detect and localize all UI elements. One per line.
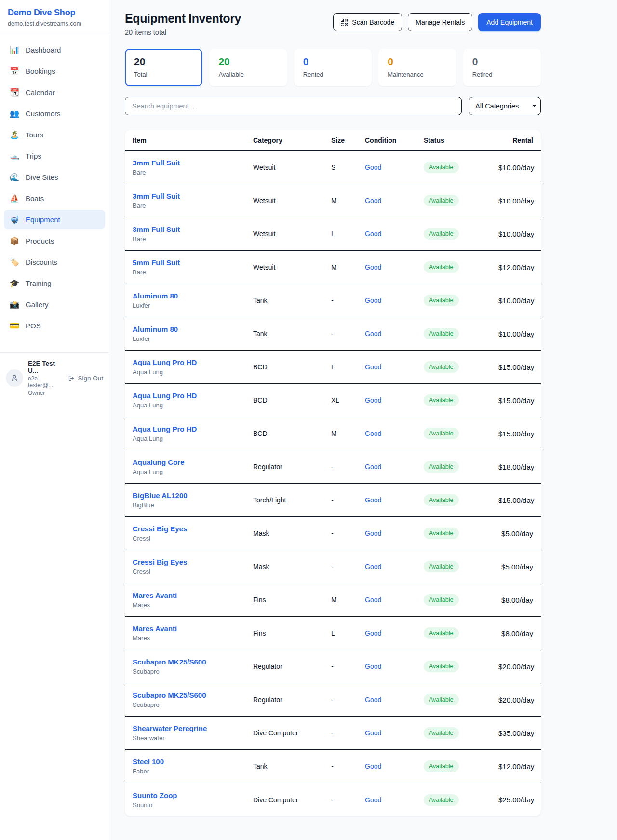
item-name-link[interactable]: 3mm Full Suit <box>133 192 253 200</box>
sidebar-item-label: Customers <box>26 109 61 118</box>
table-row[interactable]: Scubapro MK25/S600 Scubapro Regulator - … <box>125 683 541 717</box>
table-row[interactable]: Mares Avanti Mares Fins M Good Available… <box>125 583 541 617</box>
sidebar-item-customers[interactable]: 👥 Customers <box>4 104 105 123</box>
sidebar-item-bookings[interactable]: 📅 Bookings <box>4 61 105 81</box>
condition-link[interactable]: Good <box>365 496 381 504</box>
table-row[interactable]: Cressi Big Eyes Cressi Mask - Good Avail… <box>125 517 541 550</box>
category-cell: Torch/Light <box>253 496 331 504</box>
sidebar-item-label: Dashboard <box>26 46 61 54</box>
condition-link[interactable]: Good <box>365 396 381 404</box>
table-row[interactable]: Aqua Lung Pro HD Aqua Lung BCD M Good Av… <box>125 417 541 450</box>
table-row[interactable]: 3mm Full Suit Bare Wetsuit M Good Availa… <box>125 184 541 217</box>
scan-barcode-button[interactable]: Scan Barcode <box>333 13 402 31</box>
boats-icon: ⛵ <box>10 194 19 203</box>
table-row[interactable]: Aqua Lung Pro HD Aqua Lung BCD XL Good A… <box>125 384 541 417</box>
condition-link[interactable]: Good <box>365 529 381 537</box>
size-cell: - <box>331 496 365 504</box>
item-name-link[interactable]: Cressi Big Eyes <box>133 525 253 533</box>
item-name-link[interactable]: Aqua Lung Pro HD <box>133 425 253 433</box>
item-name-link[interactable]: Aqualung Core <box>133 458 253 466</box>
item-name-link[interactable]: Steel 100 <box>133 758 253 766</box>
status-badge: Available <box>424 261 459 273</box>
item-name-link[interactable]: 3mm Full Suit <box>133 225 253 233</box>
manage-rentals-label: Manage Rentals <box>416 18 465 26</box>
condition-link[interactable]: Good <box>365 663 381 670</box>
sidebar-item-trips[interactable]: 🛥️ Trips <box>4 146 105 165</box>
sign-out-button[interactable]: Sign Out <box>68 375 103 382</box>
sidebar-item-tours[interactable]: 🏝️ Tours <box>4 125 105 144</box>
sidebar-item-boats[interactable]: ⛵ Boats <box>4 189 105 208</box>
sidebar-item-dashboard[interactable]: 📊 Dashboard <box>4 40 105 59</box>
item-name-link[interactable]: BigBlue AL1200 <box>133 491 253 500</box>
item-name-link[interactable]: Cressi Big Eyes <box>133 558 253 566</box>
table-row[interactable]: Cressi Big Eyes Cressi Mask - Good Avail… <box>125 550 541 583</box>
item-name-link[interactable]: Shearwater Peregrine <box>133 724 253 732</box>
sidebar-item-dive-sites[interactable]: 🌊 Dive Sites <box>4 167 105 187</box>
table-row[interactable]: Suunto Zoop Suunto Dive Computer - Good … <box>125 783 541 816</box>
sidebar-item-products[interactable]: 📦 Products <box>4 231 105 250</box>
condition-link[interactable]: Good <box>365 363 381 371</box>
stats-row: 20 Total 20 Available 0 Rented 0 Mainten… <box>125 49 541 86</box>
table-row[interactable]: BigBlue AL1200 BigBlue Torch/Light - Goo… <box>125 484 541 517</box>
item-name-link[interactable]: 3mm Full Suit <box>133 159 253 167</box>
category-select[interactable]: All Categories <box>469 97 541 115</box>
table-row[interactable]: Steel 100 Faber Tank - Good Available $1… <box>125 750 541 783</box>
manage-rentals-button[interactable]: Manage Rentals <box>408 13 472 31</box>
table-row[interactable]: Shearwater Peregrine Shearwater Dive Com… <box>125 717 541 750</box>
sidebar-nav: 📊 Dashboard 📅 Bookings 📆 Calendar 👥 Cust… <box>0 34 109 343</box>
condition-link[interactable]: Good <box>365 197 381 204</box>
add-equipment-button[interactable]: Add Equipment <box>478 13 541 31</box>
condition-link[interactable]: Good <box>365 762 381 770</box>
table-row[interactable]: Aqua Lung Pro HD Aqua Lung BCD L Good Av… <box>125 351 541 384</box>
table-row[interactable]: Aqualung Core Aqua Lung Regulator - Good… <box>125 450 541 484</box>
condition-link[interactable]: Good <box>365 430 381 437</box>
sidebar-item-equipment[interactable]: 🤿 Equipment <box>4 210 105 229</box>
table-row[interactable]: Aluminum 80 Luxfer Tank - Good Available… <box>125 317 541 351</box>
item-name-link[interactable]: 5mm Full Suit <box>133 258 253 267</box>
condition-link[interactable]: Good <box>365 297 381 304</box>
item-name-link[interactable]: Scubapro MK25/S600 <box>133 658 253 666</box>
item-brand: Bare <box>133 269 253 276</box>
condition-link[interactable]: Good <box>365 729 381 737</box>
table-row[interactable]: 5mm Full Suit Bare Wetsuit M Good Availa… <box>125 251 541 284</box>
gallery-icon: 📸 <box>10 300 19 309</box>
item-name-link[interactable]: Aqua Lung Pro HD <box>133 392 253 400</box>
item-name-link[interactable]: Suunto Zoop <box>133 791 253 799</box>
condition-link[interactable]: Good <box>365 330 381 338</box>
condition-link[interactable]: Good <box>365 230 381 238</box>
condition-link[interactable]: Good <box>365 563 381 570</box>
item-brand: Faber <box>133 768 253 775</box>
sidebar-item-calendar[interactable]: 📆 Calendar <box>4 82 105 102</box>
stat-card-rented[interactable]: 0 Rented <box>294 49 372 86</box>
item-name-link[interactable]: Aqua Lung Pro HD <box>133 358 253 366</box>
item-name-link[interactable]: Mares Avanti <box>133 624 253 633</box>
rental-cell: $15.00/day <box>498 363 534 371</box>
sidebar-item-training[interactable]: 🎓 Training <box>4 273 105 293</box>
table-row[interactable]: Aluminum 80 Luxfer Tank - Good Available… <box>125 284 541 317</box>
condition-link[interactable]: Good <box>365 796 381 804</box>
table-row[interactable]: Mares Avanti Mares Fins L Good Available… <box>125 617 541 650</box>
condition-link[interactable]: Good <box>365 629 381 637</box>
condition-link[interactable]: Good <box>365 163 381 171</box>
sidebar-item-label: Training <box>26 279 52 287</box>
condition-link[interactable]: Good <box>365 596 381 604</box>
stat-card-total[interactable]: 20 Total <box>125 49 202 86</box>
sidebar-item-gallery[interactable]: 📸 Gallery <box>4 295 105 314</box>
table-row[interactable]: 3mm Full Suit Bare Wetsuit L Good Availa… <box>125 217 541 251</box>
stat-card-available[interactable]: 20 Available <box>209 49 287 86</box>
category-cell: Dive Computer <box>253 729 331 737</box>
item-name-link[interactable]: Mares Avanti <box>133 591 253 599</box>
stat-card-retired[interactable]: 0 Retired <box>463 49 541 86</box>
table-row[interactable]: Scubapro MK25/S600 Scubapro Regulator - … <box>125 650 541 683</box>
sidebar-item-pos[interactable]: 💳 POS <box>4 316 105 335</box>
item-name-link[interactable]: Scubapro MK25/S600 <box>133 691 253 699</box>
condition-link[interactable]: Good <box>365 463 381 471</box>
search-input[interactable] <box>125 97 462 115</box>
sidebar-item-discounts[interactable]: 🏷️ Discounts <box>4 252 105 271</box>
item-name-link[interactable]: Aluminum 80 <box>133 292 253 300</box>
condition-link[interactable]: Good <box>365 263 381 271</box>
table-row[interactable]: 3mm Full Suit Bare Wetsuit S Good Availa… <box>125 151 541 184</box>
condition-link[interactable]: Good <box>365 696 381 704</box>
item-name-link[interactable]: Aluminum 80 <box>133 325 253 333</box>
stat-card-maintenance[interactable]: 0 Maintenance <box>378 49 456 86</box>
